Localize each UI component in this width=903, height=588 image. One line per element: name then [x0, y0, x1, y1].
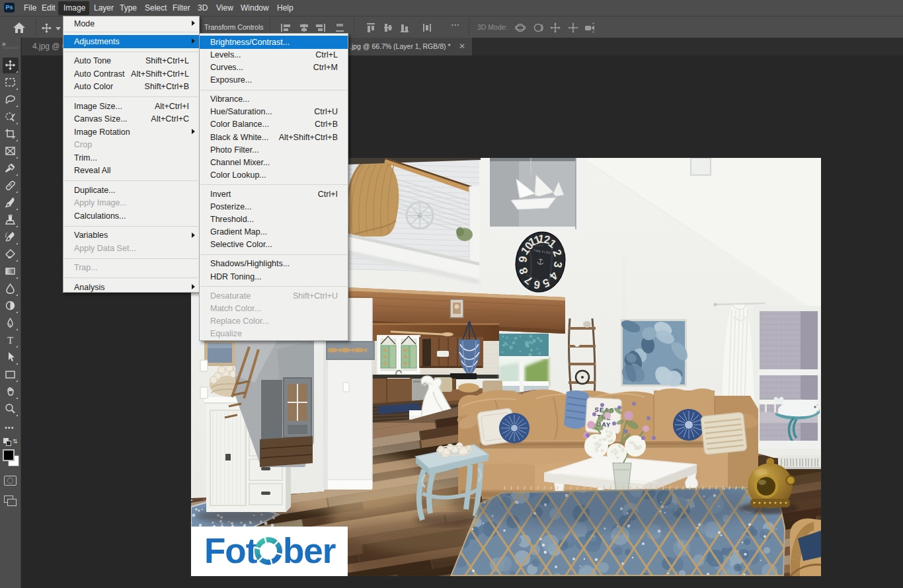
svg-text:Fot: Fot: [204, 531, 257, 570]
svg-text:T: T: [7, 335, 13, 346]
svg-text:ber: ber: [283, 531, 336, 570]
svg-text:12: 12: [537, 233, 551, 247]
